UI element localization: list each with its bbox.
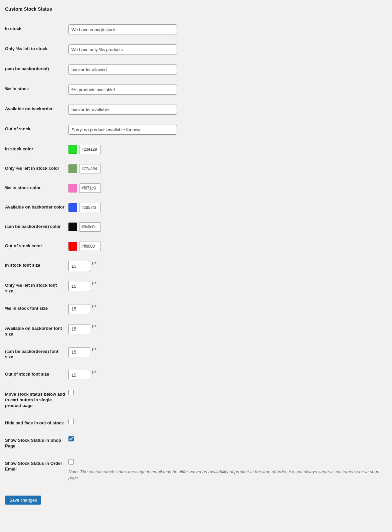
label-can-be-backordered: (can be backordered): [5, 61, 68, 81]
save-changes-button[interactable]: Save changes: [5, 496, 41, 505]
label-only-s-left-in-stock-color: Only %s left in stock color: [5, 161, 68, 180]
checkbox-show-stock-status-in-order-email[interactable]: [68, 459, 74, 464]
color-input-can-be-backordered-color[interactable]: [79, 222, 101, 232]
page-title: Custom Stock Status: [5, 6, 387, 12]
unit-label: px: [92, 347, 96, 352]
label-available-on-backorder: Available on backorder: [5, 101, 68, 121]
input-only-s-left-in-stock[interactable]: [68, 44, 177, 54]
label-in-stock-color: In stock color: [5, 141, 68, 161]
label-s-in-stock-font-size: %s in stock font size: [5, 301, 68, 321]
label-show-stock-status-in-order-email: Show Stock Status in Order Email: [5, 456, 68, 488]
size-input-available-on-backorder-font-size[interactable]: [68, 324, 90, 334]
label-out-of-stock-color: Out of stock color: [5, 238, 68, 258]
label-move-stock-status-below-add-to-cart-button-in-single-product-page: Move stock status below add to cart butt…: [5, 387, 68, 415]
color-swatch-in-stock-color[interactable]: [68, 145, 77, 154]
color-input-available-on-backorder-color[interactable]: [79, 203, 101, 212]
unit-label: px: [92, 369, 96, 375]
note-show-stock-status-in-order-email: Note: The custom stock status message in…: [68, 469, 384, 481]
checkbox-show-stock-status-in-shop-page[interactable]: [68, 436, 74, 441]
size-input-out-of-stock-font-size[interactable]: [68, 370, 90, 380]
size-input-only-s-left-in-stock-font-size[interactable]: [68, 281, 90, 291]
input-in-stock[interactable]: [68, 24, 177, 34]
label-out-of-stock: Out of stock: [5, 121, 68, 141]
label-available-on-backorder-color: Available on backorder color: [5, 200, 68, 219]
color-swatch-s-in-stock-color[interactable]: [68, 184, 77, 192]
label-only-s-left-in-stock: Only %s left in stock: [5, 41, 68, 61]
unit-label: px: [92, 280, 96, 286]
label-out-of-stock-font-size: Out of stock font size: [5, 367, 68, 387]
label-can-be-backordered-color: (can be backordered) color: [5, 219, 68, 238]
input-s-in-stock[interactable]: [68, 85, 177, 95]
color-input-in-stock-color[interactable]: [79, 145, 101, 154]
color-swatch-available-on-backorder-color[interactable]: [68, 203, 77, 212]
checkbox-move-stock-status-below-add-to-cart-button-in-single-product-page[interactable]: [68, 390, 74, 395]
color-swatch-only-s-left-in-stock-color[interactable]: [68, 164, 77, 173]
input-out-of-stock[interactable]: [68, 125, 177, 135]
label-s-in-stock-color: %s in stock color: [5, 180, 68, 200]
color-input-only-s-left-in-stock-color[interactable]: [79, 164, 101, 173]
unit-label: px: [92, 303, 96, 309]
color-swatch-can-be-backordered-color[interactable]: [68, 223, 77, 231]
size-input-s-in-stock-font-size[interactable]: [68, 304, 90, 314]
label-only-s-left-in-stock-font-size: Only %s left in stock font size: [5, 278, 68, 301]
input-can-be-backordered[interactable]: [68, 64, 177, 75]
label-s-in-stock: %s in stock: [5, 81, 68, 101]
input-available-on-backorder[interactable]: [68, 105, 177, 115]
size-input-in-stock-font-size[interactable]: [68, 261, 90, 271]
label-in-stock: In stock: [5, 21, 68, 41]
label-in-stock-font-size: In stock font size: [5, 258, 68, 278]
color-input-out-of-stock-color[interactable]: [79, 242, 101, 251]
label-show-stock-status-in-shop-page: Show Stock Status in Shop Page: [5, 433, 68, 456]
unit-label: px: [92, 323, 96, 329]
color-swatch-out-of-stock-color[interactable]: [68, 242, 77, 251]
label-hide-sad-face-in-out-of-stock: Hide sad face in out of stock: [5, 415, 68, 433]
label-available-on-backorder-font-size: Available on backorder font size: [5, 321, 68, 344]
color-input-s-in-stock-color[interactable]: [79, 183, 101, 193]
checkbox-hide-sad-face-in-out-of-stock[interactable]: [68, 419, 74, 424]
size-input-can-be-backordered-font-size[interactable]: [68, 347, 90, 357]
settings-form-table: In stock Only %s left in stock (can be b…: [5, 21, 387, 488]
unit-label: px: [92, 260, 96, 266]
label-can-be-backordered-font-size: (can be backordered) font size: [5, 344, 68, 367]
